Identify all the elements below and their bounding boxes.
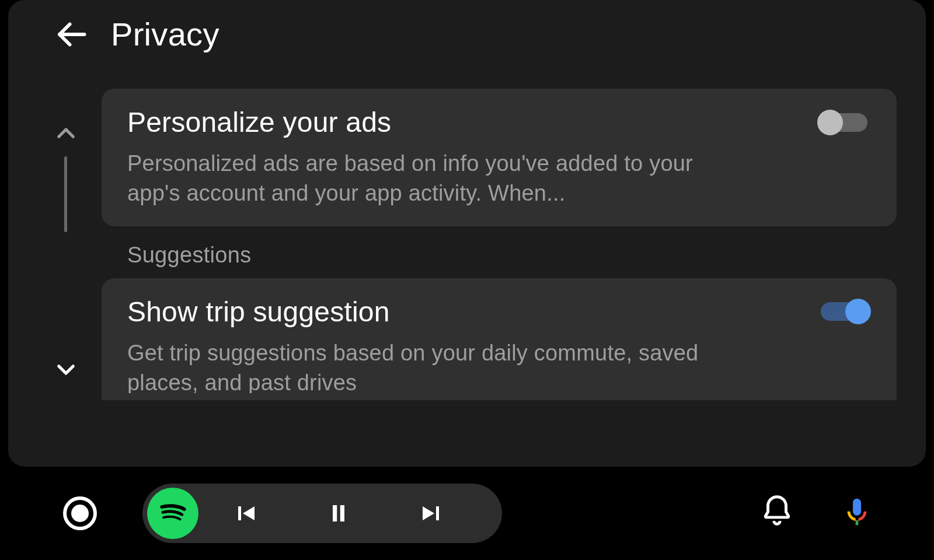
- screen: Privacy Personalize your ads: [0, 0, 934, 560]
- toggle-personalize-ads[interactable]: [817, 108, 871, 136]
- media-controls: [142, 484, 502, 543]
- section-label-suggestions: Suggestions: [127, 243, 897, 268]
- assistant-mic-icon[interactable]: [841, 496, 876, 531]
- system-bar: [0, 467, 934, 560]
- page-title: Privacy: [111, 15, 219, 53]
- previous-track-button[interactable]: [198, 499, 292, 527]
- scroll-thumb[interactable]: [64, 156, 67, 232]
- scroll-indicator: [46, 89, 86, 467]
- setting-title: Show trip suggestion: [127, 296, 390, 328]
- settings-panel: Privacy Personalize your ads: [8, 0, 926, 467]
- setting-trip-suggestion[interactable]: Show trip suggestion Get trip suggestion…: [102, 278, 897, 400]
- scroll-down-icon[interactable]: [54, 357, 78, 382]
- scroll-up-icon[interactable]: [54, 121, 78, 146]
- content-area: Personalize your ads Personalized ads ar…: [46, 89, 902, 467]
- notifications-icon[interactable]: [759, 492, 801, 534]
- setting-row-top: Show trip suggestion: [127, 296, 871, 328]
- setting-description: Get trip suggestions based on your daily…: [127, 338, 740, 393]
- setting-title: Personalize your ads: [127, 106, 391, 138]
- settings-list: Personalize your ads Personalized ads ar…: [86, 89, 902, 467]
- scroll-track: [64, 156, 68, 247]
- back-icon[interactable]: [54, 17, 89, 52]
- setting-row-top: Personalize your ads: [127, 106, 871, 138]
- spotify-icon[interactable]: [147, 488, 198, 539]
- toggle-trip-suggestion[interactable]: [817, 298, 871, 326]
- setting-personalize-ads[interactable]: Personalize your ads Personalized ads ar…: [102, 89, 897, 226]
- next-track-button[interactable]: [385, 499, 479, 527]
- setting-description: Personalized ads are based on info you'v…: [127, 149, 740, 209]
- header: Privacy: [8, 0, 926, 65]
- home-button[interactable]: [63, 496, 97, 530]
- pause-button[interactable]: [292, 499, 385, 527]
